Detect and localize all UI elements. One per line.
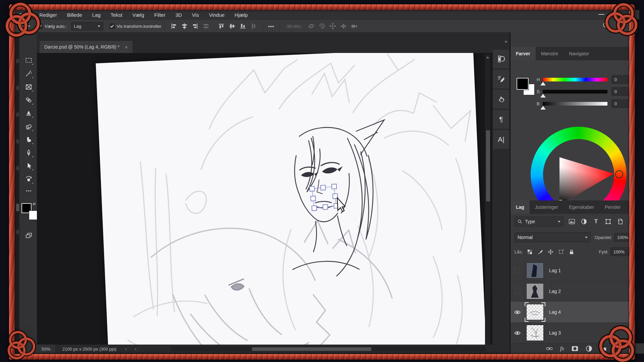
layer-thumbnail[interactable] (526, 325, 544, 341)
layer-name[interactable]: Lag 1 (549, 268, 561, 273)
lock-artboard-icon[interactable] (558, 248, 565, 255)
vertical-scrollbar[interactable] (485, 54, 490, 345)
direct-selection-tool-button[interactable] (23, 160, 34, 171)
menu-item-vaelg[interactable]: Vælg (132, 12, 144, 18)
hue-wheel-marker[interactable] (615, 170, 623, 178)
healing-brush-tool-button[interactable] (23, 94, 34, 106)
layer-name[interactable]: Lag 2 (549, 289, 561, 294)
document-tab[interactable]: Darcie.psd @ 50% (Lag 4, RGB/8) * × (40, 41, 132, 53)
transform-handle[interactable] (321, 185, 326, 190)
brightness-slider-handle[interactable] (540, 106, 546, 110)
brush-settings-panel-icon[interactable] (493, 70, 509, 88)
select-auto-target-dropdown[interactable]: Lag (71, 22, 103, 31)
align-bottom-edges-icon[interactable] (239, 22, 247, 30)
edit-toolbar-icon[interactable] (23, 185, 34, 196)
smudge-tool-button[interactable] (23, 134, 34, 145)
filter-adjustment-layers-icon[interactable] (580, 218, 588, 225)
layer-thumbnail[interactable] (526, 283, 544, 299)
tab-egenskaber[interactable]: Egenskaber (564, 200, 599, 214)
layer-row-lag1[interactable]: Lag 1 (511, 260, 632, 281)
transform-handle[interactable] (332, 184, 337, 189)
menu-item-tekst[interactable]: Tekst (111, 12, 122, 18)
align-left-edges-icon[interactable] (170, 22, 178, 30)
collapse-panels-icon[interactable]: « (492, 39, 510, 46)
menu-item-billede[interactable]: Billede (67, 12, 82, 18)
link-layers-icon[interactable] (546, 345, 553, 352)
layer-name[interactable]: Lag 3 (549, 330, 561, 336)
align-horizontal-centers-icon[interactable] (180, 22, 189, 30)
swap-colors-icon[interactable]: ⇄ (33, 202, 36, 206)
hue-value[interactable]: 0 (611, 75, 629, 84)
tab-navigator[interactable]: Navigator (564, 47, 594, 60)
transform-handle[interactable] (310, 186, 315, 191)
screen-mode-icon[interactable] (23, 229, 34, 241)
brightness-value[interactable]: 0 (611, 99, 629, 108)
distribute-vertical-icon[interactable] (250, 22, 258, 30)
marquee-tool-button[interactable] (23, 54, 34, 66)
scroll-up-arrow[interactable] (486, 56, 489, 58)
frame-tool-button[interactable] (23, 81, 34, 93)
rotate-view-tool-button[interactable] (23, 173, 34, 185)
align-vertical-centers-icon[interactable] (228, 22, 236, 30)
transform-handle[interactable] (323, 204, 328, 209)
visibility-toggle[interactable] (511, 302, 524, 322)
hue-slider[interactable] (543, 78, 607, 81)
clone-source-panel-icon[interactable] (493, 90, 509, 109)
lock-all-icon[interactable] (568, 248, 575, 255)
menu-item-hjaelp[interactable]: Hjælp (234, 12, 248, 18)
filter-pixel-layers-icon[interactable] (568, 218, 576, 225)
add-layer-mask-icon[interactable] (572, 345, 578, 352)
more-options-icon[interactable]: ••• (268, 23, 274, 29)
layer-filter-dropdown[interactable]: Type (515, 217, 564, 227)
transform-handle[interactable] (311, 196, 316, 201)
saturation-slider-handle[interactable] (540, 94, 546, 98)
history-panel-icon[interactable] (493, 50, 509, 68)
hue-slider-handle[interactable] (540, 82, 546, 85)
tab-farver[interactable]: Farver (511, 47, 536, 60)
horizontal-scrollbar-thumb[interactable] (252, 347, 372, 351)
lock-pixels-icon[interactable] (537, 248, 544, 255)
clone-stamp-tool-button[interactable] (23, 107, 34, 119)
menu-item-lag[interactable]: Lag (92, 12, 101, 18)
pen-tool-button[interactable] (23, 147, 34, 158)
show-transform-checkbox[interactable] (109, 23, 115, 29)
align-top-edges-icon[interactable] (217, 22, 225, 30)
vertical-scrollbar-thumb[interactable] (486, 130, 490, 202)
menu-item-3d[interactable]: 3D (175, 12, 182, 18)
lock-transparency-icon[interactable] (527, 248, 533, 255)
menu-item-vis[interactable]: Vis (192, 12, 199, 18)
lock-position-icon[interactable] (547, 248, 554, 255)
paragraph-panel-icon[interactable]: ¶ (493, 110, 509, 129)
layer-thumbnail[interactable] (526, 262, 544, 279)
foreground-color-swatch-panel[interactable] (517, 78, 529, 90)
filter-smart-objects-icon[interactable] (616, 218, 624, 225)
menu-item-filter[interactable]: Filter (154, 12, 165, 18)
align-right-edges-icon[interactable] (191, 22, 199, 30)
saturation-value[interactable]: 0 (611, 87, 629, 96)
close-tab-icon[interactable]: × (125, 44, 128, 50)
canvas-pasteboard[interactable] (37, 53, 492, 345)
fill-value[interactable]: 100% (610, 247, 630, 256)
scroll-left-arrow[interactable]: ‹ (135, 346, 137, 352)
quick-selection-tool-button[interactable] (23, 68, 34, 79)
character-panel-icon[interactable]: A| (493, 130, 509, 149)
canvas-artboard[interactable] (96, 53, 488, 345)
tab-pensler[interactable]: Pensler (599, 200, 626, 214)
brightness-slider[interactable] (543, 102, 607, 106)
visibility-toggle[interactable] (511, 322, 524, 343)
transform-handle[interactable] (312, 206, 317, 211)
tab-lag[interactable]: Lag (511, 200, 530, 214)
layer-row-lag2[interactable]: Lag 2 (511, 281, 632, 302)
horizontal-scrollbar[interactable] (171, 346, 486, 351)
new-adjustment-layer-icon[interactable] (586, 345, 592, 352)
visibility-toggle[interactable] (511, 281, 524, 302)
tab-justeringer[interactable]: Justeringer (530, 200, 564, 214)
tab-moenstre[interactable]: Mønstre (536, 47, 564, 60)
distribute-horizontal-icon[interactable] (202, 22, 210, 30)
blend-mode-dropdown[interactable]: Normal (515, 232, 591, 242)
saturation-slider[interactable] (543, 90, 607, 94)
eraser-tool-button[interactable] (23, 121, 34, 132)
visibility-toggle[interactable] (511, 260, 524, 281)
filter-shape-layers-icon[interactable] (604, 218, 612, 225)
filter-type-layers-icon[interactable]: T (592, 218, 600, 225)
